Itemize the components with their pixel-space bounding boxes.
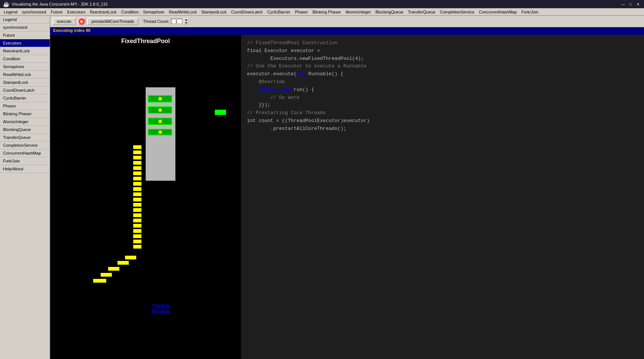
code-line: // Do work (247, 94, 638, 102)
code-line: final Executor executor = (247, 47, 638, 55)
step-14 (133, 213, 141, 217)
sidebar-item-9[interactable]: CountDownLatch (0, 86, 50, 94)
menu-item-legend[interactable]: Legend (1, 9, 20, 15)
window-title: Visualizing the Java Concurrent API - JD… (12, 2, 620, 6)
step-bottom-4 (101, 273, 112, 277)
thread-block-2 (148, 106, 172, 114)
thread-count-label: Thread Count: (143, 19, 169, 24)
sidebar-item-14[interactable]: BlockingQueue (0, 126, 50, 134)
code-line: // FixedThreadPool Construction (247, 39, 638, 47)
viz-area: FixedThreadPool (50, 35, 644, 359)
minimize-button[interactable]: — (620, 1, 626, 7)
menu-item-readwritelock[interactable]: ReadWriteLock (167, 9, 199, 15)
menu-item-stampedlock[interactable]: StampedLock (199, 9, 229, 15)
menu-item-atomicinteger[interactable]: AtomicInteger (343, 9, 373, 15)
pooled-threads-label: PooledThreads (147, 303, 175, 314)
pool-title: FixedThreadPool (50, 35, 241, 48)
sidebar-item-15[interactable]: TransferQueue (0, 134, 50, 142)
app-icon: ☕ (3, 1, 9, 7)
menu-bar: LegendsynchronizedFutureExecutorsReentra… (0, 8, 644, 16)
main-content: execute ■ prestartAllCoreThreads Thread … (50, 16, 644, 359)
menu-item-blinkingphaser[interactable]: Blinking Phaser (310, 9, 343, 15)
code-line: public void run() { (247, 86, 638, 94)
code-line: int count = ((ThreadPoolExecutor)executo… (247, 117, 638, 125)
step-7 (133, 177, 141, 180)
step-4 (133, 161, 141, 165)
sidebar-item-18[interactable]: Fork/Join (0, 157, 50, 165)
step-5 (133, 166, 141, 170)
sidebar-item-8[interactable]: StampedLock (0, 79, 50, 86)
animation-panel: FixedThreadPool (50, 35, 241, 359)
menu-item-countdownlatch[interactable]: CountDownLatch (229, 9, 265, 15)
thread-count-up[interactable]: ▲ (184, 18, 189, 21)
menu-item-fork/join[interactable]: Fork/Join (519, 9, 540, 15)
code-line: Executors.newFixedThreadPool(4); (247, 55, 638, 63)
menu-item-executors[interactable]: Executors (65, 9, 88, 15)
thread-block-1 (148, 95, 172, 103)
sidebar-item-3[interactable]: Executors (0, 39, 50, 47)
close-button[interactable]: ✕ (635, 1, 641, 7)
code-line: // Prestarting Core Threads (247, 109, 638, 117)
step-6 (133, 171, 141, 175)
sidebar-item-10[interactable]: CyclicBarrier (0, 94, 50, 102)
execute-button[interactable]: execute (52, 18, 76, 25)
step-bottom-2 (117, 261, 129, 265)
sidebar-item-16[interactable]: CompletionService (0, 142, 50, 149)
code-line: .prestartAllCoreThreads(); (247, 125, 638, 133)
sidebar-item-12[interactable]: Blinking Phaser (0, 110, 50, 118)
thread-dot-1 (159, 97, 162, 100)
menu-item-synchronized[interactable]: synchronized (20, 9, 49, 15)
sidebar-item-19[interactable]: Help/About (0, 165, 50, 173)
sidebar-item-6[interactable]: Semaphore (0, 63, 50, 71)
sidebar-item-2[interactable]: Future (0, 31, 50, 39)
thread-count-section: Thread Count: ▲ ▼ (143, 18, 189, 25)
sidebar-item-17[interactable]: ConcurrentHashMap (0, 149, 50, 157)
step-12 (133, 203, 141, 207)
code-line: executor.execute(new Runnable() { (247, 70, 638, 78)
menu-item-phaser[interactable]: Phaser (293, 9, 310, 15)
moving-block (215, 110, 226, 115)
step-bottom-5 (93, 279, 106, 283)
thread-dot-2 (159, 109, 162, 112)
maximize-button[interactable]: □ (628, 1, 634, 7)
step-20 (133, 245, 141, 249)
step-1 (133, 145, 141, 149)
sidebar-item-0[interactable]: Legend (0, 16, 50, 24)
toolbar: execute ■ prestartAllCoreThreads Thread … (50, 16, 644, 27)
thread-count-down[interactable]: ▼ (184, 21, 189, 25)
menu-item-cyclicbarrier[interactable]: CyclicBarrier (265, 9, 293, 15)
prestart-button[interactable]: prestartAllCoreThreads (87, 18, 139, 25)
step-15 (133, 219, 141, 222)
step-19 (133, 240, 141, 243)
step-8 (133, 182, 141, 186)
menu-item-condition[interactable]: Condition (119, 9, 141, 15)
thread-count-input[interactable] (171, 19, 182, 24)
menu-item-future[interactable]: Future (49, 9, 65, 15)
app-container: LegendsynchronizedFutureExecutorsReentra… (0, 16, 644, 359)
sidebar-item-7[interactable]: ReadWriteLock (0, 71, 50, 79)
pooled-threads-box (146, 87, 176, 181)
stop-button[interactable]: ■ (77, 17, 86, 25)
step-11 (133, 198, 141, 201)
menu-item-semaphore[interactable]: Semaphore (141, 9, 167, 15)
thread-block-3 (148, 118, 172, 125)
menu-item-concurrenthashmap[interactable]: ConcurrentHashMap (477, 9, 519, 15)
sidebar-item-5[interactable]: Condition (0, 55, 50, 63)
sidebar-item-1[interactable]: synchronized (0, 24, 50, 31)
step-9 (133, 187, 141, 191)
step-10 (133, 192, 141, 196)
sidebar: LegendsynchronizedFutureExecutorsReentra… (0, 16, 50, 359)
step-17 (133, 229, 141, 233)
sidebar-item-11[interactable]: Phaser (0, 102, 50, 110)
step-bottom-3 (108, 267, 119, 271)
title-bar: ☕ Visualizing the Java Concurrent API - … (0, 0, 644, 8)
thread-dot-3 (159, 120, 162, 123)
menu-item-blockingqueue[interactable]: BlockingQueue (373, 9, 406, 15)
menu-item-completionservice[interactable]: CompletionService (438, 9, 477, 15)
menu-item-transferqueue[interactable]: TransferQueue (406, 9, 438, 15)
step-bottom-1 (125, 256, 136, 259)
sidebar-item-4[interactable]: ReentrantLock (0, 47, 50, 55)
menu-item-reentrantlock[interactable]: ReentrantLock (88, 9, 119, 15)
sidebar-item-13[interactable]: AtomicInteger (0, 118, 50, 126)
status-text: Executing index 80 (53, 28, 91, 33)
